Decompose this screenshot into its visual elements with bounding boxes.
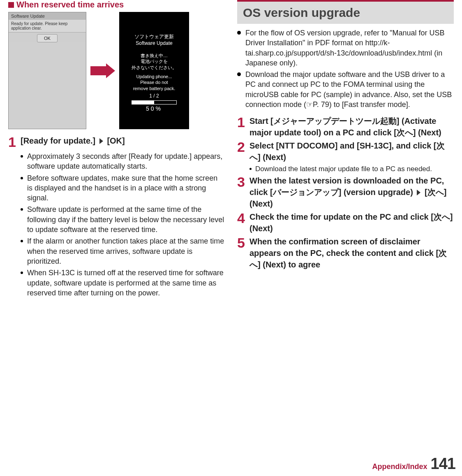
shot2-en-msg: Updating phone... Please do not remove b…: [133, 74, 176, 91]
right-step-1: 1 Start [メジャーアップデートツール起動] (Activate majo…: [237, 115, 454, 138]
shot2-count: 1 / 2: [149, 93, 159, 99]
step-head-a: When the latest version is downloaded on…: [249, 176, 444, 197]
heading-text: When reserved time arrives: [16, 0, 124, 9]
left-bullet-list: Approximately 3 seconds after [Ready for…: [21, 151, 225, 298]
step-head-b: [OK]: [107, 136, 125, 145]
list-item: For the flow of OS version upgrade, refe…: [237, 28, 454, 68]
os-upgrade-title-bar: OS version upgrade: [237, 0, 454, 24]
list-item: Download the latest major update file to…: [249, 165, 454, 174]
shot1-message: Ready for update. Please keep applicatio…: [9, 20, 86, 33]
screenshot-ready-update: Software Update Ready for update. Please…: [8, 12, 86, 129]
intro-bullet-list: For the flow of OS version upgrade, refe…: [237, 28, 454, 109]
step-heading: Start [メジャーアップデートツール起動] (Activate major …: [249, 115, 454, 138]
right-column: OS version upgrade For the flow of OS ve…: [237, 0, 454, 300]
shot2-jp-msg: 書き換え中… 電池パックを 外さないでください。: [132, 53, 177, 70]
sub-bullet-list: Download the latest major update file to…: [249, 165, 454, 174]
list-item: Download the major update software and t…: [237, 70, 454, 109]
triangle-icon: [417, 190, 420, 195]
shot1-header: Software Update: [9, 12, 86, 20]
shot1-ok-button: OK: [37, 34, 58, 42]
step-head-a: [Ready for update.]: [21, 136, 95, 145]
screenshot-updating: ソフトウェア更新 Software Update 書き換え中… 電池パックを 外…: [119, 12, 189, 129]
square-marker-icon: [8, 2, 14, 8]
step-heading: Select [NTT DOCOMO] and [SH-13C], and cl…: [249, 140, 454, 163]
right-step-2: 2 Select [NTT DOCOMO] and [SH-13C], and …: [237, 140, 454, 163]
arrow-icon: [90, 63, 115, 78]
shot1-body: [9, 42, 86, 129]
step-number: 1: [8, 135, 21, 149]
list-item: When SH-13C is turned off at the reserve…: [21, 268, 225, 298]
list-item: Before software updates, make sure that …: [21, 173, 225, 203]
step-heading: [Ready for update.] [OK]: [21, 135, 125, 146]
step-heading: When the confirmation screen of disclaim…: [249, 236, 454, 270]
shot2-percent: 50%: [146, 105, 162, 112]
left-column: When reserved time arrives Software Upda…: [8, 0, 225, 300]
step-number: 3: [237, 175, 249, 189]
page-footer: Appendix/Index 141: [372, 455, 455, 473]
page-number: 141: [431, 455, 455, 473]
os-upgrade-title: OS version upgrade: [243, 6, 448, 20]
shot2-en-title: Software Update: [136, 40, 172, 46]
step-2-body: Download the latest major update file to…: [249, 165, 454, 174]
step-number: 5: [237, 236, 249, 250]
list-item: Software update is performed at the same…: [21, 204, 225, 235]
list-item: If the alarm or another function takes p…: [21, 236, 225, 266]
step-heading: When the latest version is downloaded on…: [249, 175, 454, 209]
right-step-5: 5 When the confirmation screen of discla…: [237, 236, 454, 270]
list-item: Approximately 3 seconds after [Ready for…: [21, 151, 225, 172]
reserved-time-heading: When reserved time arrives: [8, 0, 225, 9]
right-step-3: 3 When the latest version is downloaded …: [237, 175, 454, 209]
shot2-jp-title: ソフトウェア更新: [134, 33, 174, 40]
right-step-4: 4 Check the time for update on the PC an…: [237, 211, 454, 234]
step-number: 4: [237, 211, 249, 225]
step-number: 1: [237, 115, 249, 129]
triangle-icon: [99, 138, 103, 144]
footer-section-label: Appendix/Index: [372, 462, 427, 471]
screenshot-row: Software Update Ready for update. Please…: [8, 12, 225, 129]
left-step-1: 1 [Ready for update.] [OK]: [8, 135, 225, 149]
step-number: 2: [237, 140, 249, 154]
step-heading: Check the time for update on the PC and …: [249, 211, 454, 234]
progress-bar: [132, 100, 177, 104]
